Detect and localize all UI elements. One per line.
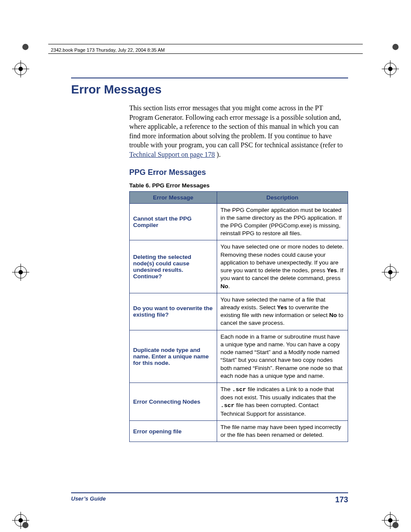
error-message-cell: Deleting the selected node(s) could caus… (130, 240, 217, 293)
table-header-description: Description (217, 191, 348, 203)
table-header-error-message: Error Message (130, 191, 217, 203)
description-cell: Each node in a frame or subroutine must … (217, 330, 348, 383)
table-caption: Table 6. PPG Error Messages (129, 182, 348, 189)
error-message-cell: Cannot start the PPG Compiler (130, 203, 217, 240)
header-rule (48, 44, 363, 44)
description-cell: The PPG Compiler application must be loc… (217, 203, 348, 240)
svg-point-25 (392, 44, 399, 50)
intro-paragraph: This section lists error messages that y… (129, 103, 348, 159)
error-message-cell: Error Connecting Nodes (130, 383, 217, 420)
gear-mark-icon (392, 521, 399, 529)
description-cell: The .scr file indicates a Link to a node… (217, 383, 348, 420)
error-message-cell: Do you want to overwrite the existing fi… (130, 293, 217, 330)
table-row: Error Connecting NodesThe .scr file indi… (130, 383, 348, 420)
svg-point-24 (22, 44, 28, 50)
table-row: Deleting the selected node(s) could caus… (130, 240, 348, 293)
gear-mark-icon (22, 43, 29, 51)
table-row: Do you want to overwrite the existing fi… (130, 293, 348, 330)
intro-text: This section lists error messages that y… (129, 104, 342, 149)
header-rule (48, 53, 363, 54)
svg-point-27 (392, 522, 399, 528)
svg-point-26 (22, 522, 28, 528)
description-cell: You have selected the name of a file tha… (217, 293, 348, 330)
registration-mark-icon (12, 60, 29, 78)
section-rule (71, 78, 348, 78)
error-messages-table: Error Message Description Cannot start t… (129, 191, 348, 442)
registration-mark-icon (382, 264, 399, 281)
section-title: Error Messages (71, 83, 348, 96)
gear-mark-icon (392, 43, 399, 51)
technical-support-link[interactable]: Technical Support on page 178 (129, 151, 215, 158)
subsection-title: PPG Error Messages (129, 168, 348, 177)
intro-text-after: ). (217, 151, 221, 158)
footer-guide-label: User’s Guide (71, 495, 106, 504)
page-content: Error Messages This section lists error … (71, 78, 348, 442)
table-row: Error opening fileThe file name may have… (130, 420, 348, 442)
gear-mark-icon (22, 521, 29, 529)
footer-page-number: 173 (335, 495, 348, 504)
page-footer: User’s Guide 173 (71, 495, 348, 504)
error-message-cell: Duplicate node type and name. Enter a un… (130, 330, 217, 383)
footer-rule (71, 492, 348, 493)
description-cell: The file name may have been typed incorr… (217, 420, 348, 442)
registration-mark-icon (382, 60, 399, 78)
description-cell: You have selected one or more nodes to d… (217, 240, 348, 293)
table-header-row: Error Message Description (130, 191, 348, 203)
table-row: Cannot start the PPG CompilerThe PPG Com… (130, 203, 348, 240)
registration-mark-icon (12, 264, 29, 281)
table-row: Duplicate node type and name. Enter a un… (130, 330, 348, 383)
book-header-line: 2342.book Page 173 Thursday, July 22, 20… (51, 47, 165, 53)
error-message-cell: Error opening file (130, 420, 217, 442)
